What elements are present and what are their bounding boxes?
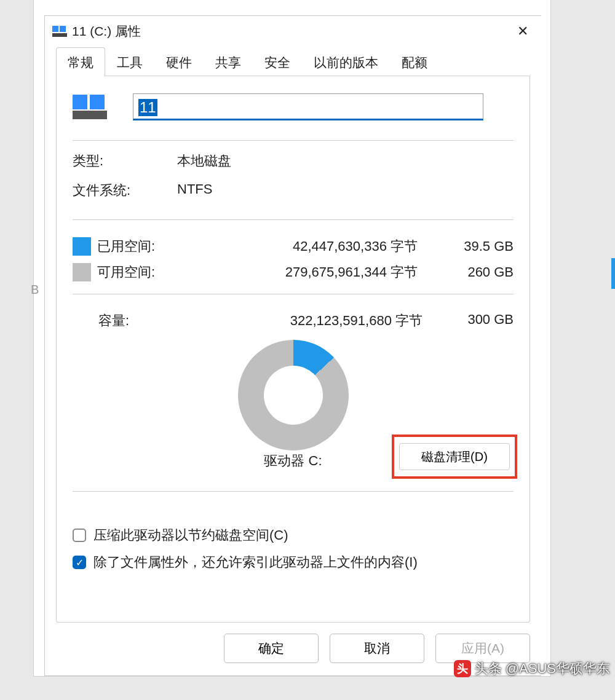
properties-dialog: 11 (C:) 属性 ✕ 常规 工具 硬件 共享 安全 以前的版本 配额 11 …	[44, 15, 541, 676]
compress-option-row[interactable]: 压缩此驱动器以节约磁盘空间(C)	[73, 526, 514, 545]
free-label: 可用空间:	[97, 263, 183, 281]
used-gb: 39.5 GB	[427, 238, 514, 254]
background-accent-strip	[611, 258, 615, 289]
free-gb: 260 GB	[427, 264, 514, 280]
type-label: 类型:	[73, 152, 177, 170]
separator	[73, 140, 514, 141]
drive-icon	[52, 26, 67, 37]
used-swatch-icon	[73, 237, 91, 256]
tab-quota[interactable]: 配额	[390, 47, 439, 76]
filesystem-label: 文件系统:	[73, 181, 177, 200]
cleanup-highlight-box: 磁盘清理(D)	[392, 435, 517, 479]
compress-checkbox[interactable]	[73, 529, 86, 542]
disk-cleanup-button[interactable]: 磁盘清理(D)	[399, 443, 510, 470]
background-character: B	[31, 283, 39, 297]
drive-name-row: 11	[73, 93, 514, 120]
general-panel: 11 类型: 本地磁盘 文件系统: NTFS 已用空间: 42,447,630,…	[56, 76, 530, 623]
drive-name-value: 11	[138, 99, 157, 116]
separator	[73, 491, 514, 492]
drive-name-input[interactable]: 11	[133, 93, 483, 120]
capacity-bytes: 322,123,591,680 字节	[178, 312, 427, 330]
indexing-option-row[interactable]: ✓ 除了文件属性外，还允许索引此驱动器上文件的内容(I)	[73, 553, 514, 572]
free-space-row: 可用空间: 279,675,961,344 字节 260 GB	[73, 259, 514, 285]
tab-tools[interactable]: 工具	[105, 47, 154, 76]
capacity-row: 容量: 322,123,591,680 字节 300 GB	[73, 305, 514, 332]
tab-sharing[interactable]: 共享	[204, 47, 253, 76]
capacity-label: 容量:	[73, 312, 178, 330]
options-section: 压缩此驱动器以节约磁盘空间(C) ✓ 除了文件属性外，还允许索引此驱动器上文件的…	[73, 517, 514, 580]
separator	[73, 294, 514, 294]
used-space-row: 已用空间: 42,447,630,336 字节 39.5 GB	[73, 234, 514, 259]
tab-general[interactable]: 常规	[56, 47, 105, 76]
window-title: 11 (C:) 属性	[72, 23, 509, 40]
tab-previous-versions[interactable]: 以前的版本	[302, 47, 390, 76]
indexing-checkbox[interactable]: ✓	[73, 556, 86, 569]
drive-info-grid: 类型: 本地磁盘 文件系统: NTFS	[73, 152, 514, 200]
cancel-button[interactable]: 取消	[330, 634, 424, 663]
dialog-button-row: 确定 取消 应用(A)	[45, 623, 541, 675]
titlebar: 11 (C:) 属性 ✕	[45, 16, 541, 47]
drive-large-icon	[73, 95, 107, 119]
tab-security[interactable]: 安全	[253, 47, 302, 76]
ok-button[interactable]: 确定	[224, 634, 319, 663]
free-swatch-icon	[73, 263, 91, 281]
drive-chart-label: 驱动器 C:	[264, 452, 322, 470]
space-table: 已用空间: 42,447,630,336 字节 39.5 GB 可用空间: 27…	[73, 234, 514, 285]
filesystem-value: NTFS	[177, 181, 514, 200]
tab-hardware[interactable]: 硬件	[154, 47, 204, 76]
capacity-gb: 300 GB	[427, 312, 514, 330]
type-value: 本地磁盘	[177, 152, 514, 170]
tab-strip: 常规 工具 硬件 共享 安全 以前的版本 配额	[56, 47, 530, 76]
tab-container: 常规 工具 硬件 共享 安全 以前的版本 配额 11 类型: 本地磁盘 文件系统…	[45, 47, 541, 623]
used-label: 已用空间:	[97, 237, 183, 256]
usage-donut-chart	[238, 340, 349, 450]
apply-button[interactable]: 应用(A)	[435, 634, 530, 663]
indexing-label: 除了文件属性外，还允许索引此驱动器上文件的内容(I)	[93, 553, 418, 572]
usage-chart-area: 驱动器 C: 磁盘清理(D)	[73, 340, 514, 475]
close-button[interactable]: ✕	[509, 19, 536, 44]
free-bytes: 279,675,961,344 字节	[188, 263, 423, 281]
used-bytes: 42,447,630,336 字节	[188, 237, 423, 256]
compress-label: 压缩此驱动器以节约磁盘空间(C)	[93, 526, 288, 545]
separator	[73, 219, 514, 220]
